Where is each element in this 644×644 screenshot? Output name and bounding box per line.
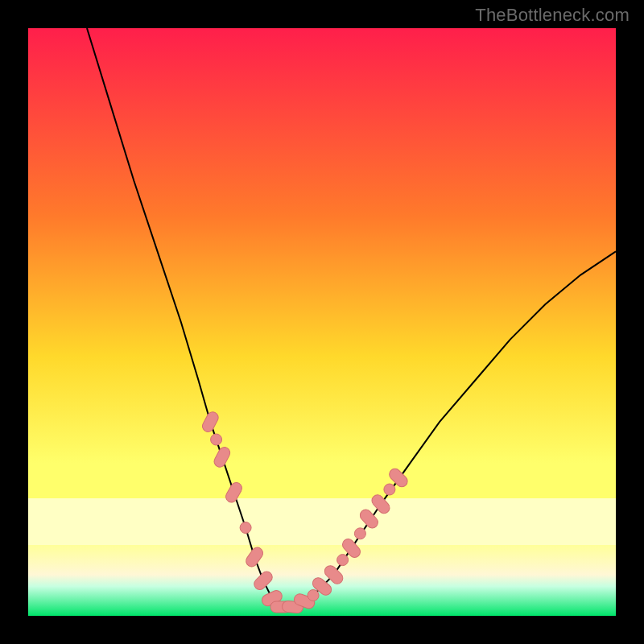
curve-marker bbox=[211, 434, 222, 445]
curve-marker bbox=[354, 528, 365, 539]
bottleneck-chart bbox=[28, 28, 616, 616]
curve-marker bbox=[308, 590, 319, 601]
watermark-text: TheBottleneck.com bbox=[475, 5, 630, 26]
curve-marker bbox=[240, 522, 251, 534]
curve-marker bbox=[337, 555, 349, 566]
curve-marker bbox=[384, 484, 395, 495]
chart-frame: TheBottleneck.com bbox=[0, 0, 644, 644]
plot-area bbox=[28, 28, 616, 616]
